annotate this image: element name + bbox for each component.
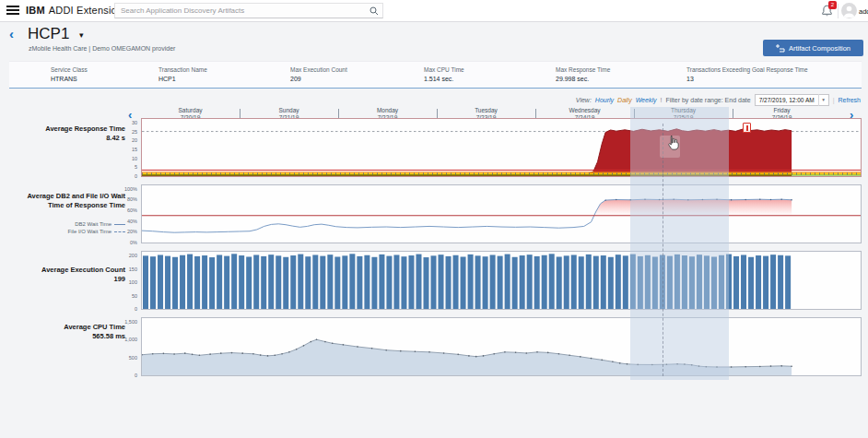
response-time-chart-panel[interactable]	[141, 118, 862, 177]
y-tick-label: 0	[135, 306, 137, 312]
date-dropdown-caret-icon[interactable]: ▾	[818, 94, 828, 106]
view-weekly-link[interactable]: Weekly	[636, 97, 657, 103]
menu-icon[interactable]	[6, 6, 19, 16]
execution-count-chart-panel[interactable]	[141, 251, 862, 310]
db2-wait-line-sample	[114, 224, 125, 225]
wait-time-chart-label: Average DB2 and File I/O Wait Time of Re…	[0, 192, 125, 234]
person-icon	[841, 3, 857, 18]
cpu-time-chart-panel[interactable]	[141, 317, 862, 376]
view-controls: View: Hourly Daily Weekly ! Filter by da…	[576, 93, 861, 106]
execution-count-chart-label: Average Execution Count 199	[0, 266, 125, 284]
view-label: View:	[576, 97, 592, 103]
y-tick-label: 25	[132, 129, 137, 135]
y-tick-label: 10	[132, 156, 137, 161]
controls-divider: |	[833, 97, 835, 103]
view-daily-link[interactable]: Daily	[617, 97, 632, 103]
summary-col-transaction-name: Transaction NameHCP1	[158, 62, 207, 82]
filter-label: Filter by date range: End date	[665, 97, 750, 103]
summary-col-transactions-exceeding: Transactions Exceeding Goal Response Tim…	[686, 62, 808, 82]
refresh-link[interactable]: Refresh	[838, 97, 861, 103]
anomaly-marker-icon[interactable]	[743, 123, 751, 133]
legend-fileio-wait: File I/O Wait Time	[0, 229, 125, 234]
y-tick-label: 0%	[130, 240, 137, 245]
app-header: IBMADDI Extension 2 addi	[0, 0, 868, 22]
y-tick-label: 1,500	[124, 319, 137, 325]
y-tick-label: 150	[129, 266, 137, 272]
y-tick-label: 50	[132, 293, 137, 299]
username-label: addi	[859, 7, 868, 16]
legend-db2-wait: DB2 Wait Time	[0, 221, 125, 227]
user-avatar[interactable]	[841, 3, 857, 18]
app-title: IBMADDI Extension	[26, 5, 123, 16]
y-tick-label: 100	[129, 279, 137, 285]
y-tick-label: 100%	[124, 186, 137, 192]
y-tick-label: 5	[135, 164, 137, 170]
y-tick-label: 40%	[127, 219, 137, 224]
y-tick-label: 80%	[127, 196, 137, 202]
summary-col-max-response-time: Max Response Time29.998 sec.	[556, 62, 610, 82]
y-tick-label: 15	[132, 147, 137, 152]
search-box	[114, 3, 383, 18]
y-tick-label: 0	[135, 373, 137, 378]
response-time-value: 8.42 s	[0, 134, 125, 143]
search-icon[interactable]	[369, 6, 379, 16]
artifact-composition-icon	[776, 43, 785, 53]
cpu-time-chart-label: Average CPU Time 565.58 ms	[0, 323, 125, 341]
end-date-value: 7/27/2019, 12:00 AM	[756, 97, 818, 103]
breadcrumb: zMobile Health Care | Demo OMEGAMON prov…	[29, 45, 175, 52]
y-tick-label: 1,000	[124, 337, 137, 342]
y-tick-label: 500	[129, 355, 137, 361]
y-tick-label: 20	[132, 137, 137, 143]
fileio-wait-line-sample	[114, 231, 125, 232]
addi-extension-window: IBMADDI Extension 2 addi ‹ HCP1 ▾ zMobil…	[0, 0, 868, 438]
y-tick-label: 30	[132, 120, 137, 125]
summary-col-max-cpu-time: Max CPU Time1.514 sec.	[424, 62, 464, 82]
wait-time-chart-panel[interactable]	[141, 184, 862, 243]
artifact-composition-button[interactable]: Artifact Composition	[763, 40, 863, 56]
y-tick-label: 20%	[127, 229, 137, 234]
y-tick-label: 60%	[127, 207, 137, 213]
execution-count-value: 199	[0, 275, 125, 284]
summary-col-service-class: Service ClassHTRANS	[51, 62, 88, 82]
cpu-time-value: 565.58 ms	[0, 332, 125, 341]
view-info-icon: !	[660, 97, 662, 103]
back-chevron-icon[interactable]: ‹	[9, 26, 14, 41]
timeline-next-chevron[interactable]: ›	[850, 108, 853, 122]
title-dropdown-caret-icon[interactable]: ▾	[79, 30, 84, 40]
y-tick-label: 0	[135, 173, 137, 179]
timeline-prev-chevron[interactable]: ‹	[128, 108, 132, 122]
view-hourly-link[interactable]: Hourly	[595, 97, 614, 103]
transaction-summary-table: Service ClassHTRANS Transaction NameHCP1…	[9, 61, 862, 89]
end-date-input[interactable]: 7/27/2019, 12:00 AM ▾	[755, 94, 829, 106]
ibm-logo: IBM	[26, 5, 45, 16]
notification-badge: 2	[828, 1, 837, 9]
summary-col-max-execution-count: Max Execution Count209	[290, 62, 347, 82]
header-divider	[838, 4, 839, 18]
search-input[interactable]	[121, 4, 365, 18]
response-time-chart-label: Average Response Time 8.42 s	[0, 124, 125, 143]
y-tick-label: 200	[129, 253, 137, 258]
page-title[interactable]: HCP1	[28, 25, 69, 43]
